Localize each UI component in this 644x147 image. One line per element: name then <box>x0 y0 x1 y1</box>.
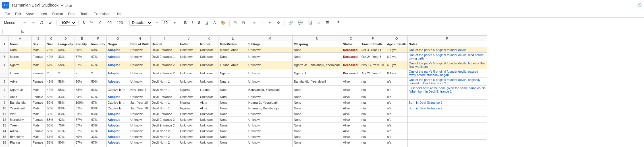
cell-2-f[interactable]: 50% <box>90 47 106 53</box>
col-header-k[interactable]: K <box>199 36 219 41</box>
cell-5-c[interactable]: ? <box>46 69 57 77</box>
cell-9-m[interactable]: Ngarra Jr, Yeeralparil <box>247 100 292 105</box>
cell-6-k[interactable]: Unknown <box>199 77 219 86</box>
star-icon[interactable]: ★ <box>60 3 64 7</box>
cell-9-c[interactable]: 50% <box>46 100 57 105</box>
cell-3-d[interactable]: 33% <box>57 53 74 61</box>
cell-11-f[interactable]: 83% <box>90 111 106 117</box>
cell-5-m[interactable]: Unknown <box>247 69 292 77</box>
cell-7-f[interactable]: 83% <box>90 86 106 94</box>
cell-1-l[interactable]: Mate/Mates <box>219 41 247 47</box>
cell-5-o[interactable]: Deceased <box>342 69 360 77</box>
cell-14-b[interactable]: Female <box>32 128 46 134</box>
cell-2-a[interactable]: Dural <box>9 47 32 53</box>
history-icon[interactable]: 🕐 <box>637 3 642 7</box>
cell-4-b[interactable]: Male <box>32 61 46 69</box>
print-button[interactable]: 🖨 <box>38 20 45 26</box>
cell-4-f[interactable]: 67% <box>90 61 106 69</box>
cell-1-j[interactable]: Father <box>179 41 199 47</box>
cell-9-f[interactable]: 67% <box>90 100 106 105</box>
cell-6-e[interactable]: 50% <box>74 77 90 86</box>
cell-12-n[interactable]: None <box>292 117 342 122</box>
cell-13-q[interactable]: n/a <box>386 122 407 128</box>
cell-1-g[interactable]: Origin <box>106 41 129 47</box>
cell-12-a[interactable]: Maroochy <box>9 117 32 122</box>
cell-9-g[interactable]: Captive birth <box>106 100 129 105</box>
cell-1-a[interactable]: Name <box>9 41 32 47</box>
cell-16-e[interactable]: 67% <box>74 140 90 145</box>
cell-16-m[interactable]: Unknown <box>247 140 292 145</box>
cell-10-r[interactable]: Born in Devil Entrance 2 <box>408 105 487 111</box>
col-header-o[interactable]: O <box>342 36 360 41</box>
cell-3-e[interactable]: 67% <box>74 53 90 61</box>
cell-10-f[interactable]: 83% <box>90 105 106 111</box>
cell-3-o[interactable]: Deceased <box>342 53 360 61</box>
cell-2-m[interactable]: Unknown <box>247 47 292 53</box>
cell-16-g[interactable]: Adopted <box>106 140 129 145</box>
link-button[interactable]: 🔗 <box>287 20 295 26</box>
row-num-4[interactable]: 4 <box>0 61 9 69</box>
cell-14-h[interactable]: Unknown <box>129 128 150 134</box>
cell-4-n[interactable]: Ngarra Jr, Banalandju, Yeeralparil <box>292 61 342 69</box>
cell-9-b[interactable]: Female <box>32 100 46 105</box>
cell-17-q[interactable] <box>386 145 407 147</box>
cell-16-c[interactable]: 58% <box>46 140 57 145</box>
cell-14-r[interactable] <box>408 128 487 134</box>
cell-6-h[interactable]: Unknown <box>129 77 150 86</box>
cell-5-p[interactable]: Apr 21, Year 8 <box>360 69 386 77</box>
font-size-dec-button[interactable]: − <box>154 20 159 26</box>
col-header-q[interactable]: Q <box>386 36 407 41</box>
cell-11-k[interactable]: Unknown <box>199 111 219 117</box>
cell-12-m[interactable]: Unknown <box>247 117 292 122</box>
cloud-icon[interactable]: ☁ <box>68 3 72 7</box>
cell-10-d[interactable]: 83% <box>57 105 74 111</box>
cell-5-d[interactable]: ? <box>57 69 74 77</box>
cell-1-m[interactable]: Siblings <box>247 41 292 47</box>
cell-7-p[interactable]: n/a <box>360 86 386 94</box>
cell-15-e[interactable]: 50% <box>74 134 90 140</box>
percent-button[interactable]: % <box>88 20 95 26</box>
col-header-g[interactable]: G <box>106 36 129 41</box>
cell-15-a[interactable]: Birrinbirrin <box>9 134 32 140</box>
cell-9-r[interactable]: Born in Devil Entrance 2 <box>408 100 487 105</box>
wrap-button[interactable]: ↵ <box>267 20 274 26</box>
cell-12-c[interactable]: 83% <box>46 117 57 122</box>
col-header-j[interactable]: J <box>179 36 199 41</box>
cell-4-p[interactable]: Nov 17, Year 10 <box>360 61 386 69</box>
col-header-r[interactable]: R <box>408 36 487 41</box>
cell-17-d[interactable] <box>57 145 74 147</box>
row-num-5[interactable]: 5 <box>0 69 9 77</box>
cell-8-p[interactable]: n/a <box>360 94 386 100</box>
row-num-10[interactable]: 10 <box>0 105 9 111</box>
cell-7-m[interactable]: Banalandju, Yeeralparil <box>247 86 292 94</box>
cell-1-h[interactable]: Date of Birth <box>129 41 150 47</box>
cell-4-l[interactable]: Lutana, Arika <box>219 61 247 69</box>
cell-6-q[interactable]: n/a <box>386 77 407 86</box>
cell-5-q[interactable]: 6.1 yrs <box>386 69 407 77</box>
cell-11-c[interactable]: 33% <box>46 111 57 117</box>
cell-11-i[interactable]: Devil Entrance 1 <box>150 111 179 117</box>
cell-8-d[interactable]: 33% <box>57 94 74 100</box>
cell-12-f[interactable]: 67% <box>90 117 106 122</box>
col-header-b[interactable]: B <box>32 36 46 41</box>
cell-9-l[interactable]: None <box>219 100 247 105</box>
cell-11-o[interactable]: Alive <box>342 111 360 117</box>
cell-15-r[interactable] <box>408 134 487 140</box>
cell-11-b[interactable]: Male <box>32 111 46 117</box>
cell-4-r[interactable]: One of the park's 5 original founder dev… <box>408 61 487 69</box>
cell-9-h[interactable]: Jan, Year 10 <box>129 100 150 105</box>
rotate-button[interactable]: ⟳ <box>275 20 282 26</box>
cell-12-q[interactable]: n/a <box>386 117 407 122</box>
cell-8-j[interactable]: Unknown <box>179 94 199 100</box>
cell-16-a[interactable]: Rianna <box>9 140 32 145</box>
cell-8-f[interactable]: 67% <box>90 94 106 100</box>
cell-10-g[interactable]: Captive birth <box>106 105 129 111</box>
highlight-color-button[interactable]: 🎨 <box>219 20 227 26</box>
cell-1-q[interactable]: Age at Death <box>386 41 407 47</box>
more-formats-button[interactable]: 123 <box>115 20 125 26</box>
cell-7-a[interactable]: Ngarra Jr <box>9 86 32 94</box>
cell-14-m[interactable]: Unknown <box>247 128 292 134</box>
cell-15-q[interactable]: n/a <box>386 134 407 140</box>
cell-2-g[interactable]: Adopted <box>106 47 129 53</box>
menu-view[interactable]: View <box>24 11 36 17</box>
